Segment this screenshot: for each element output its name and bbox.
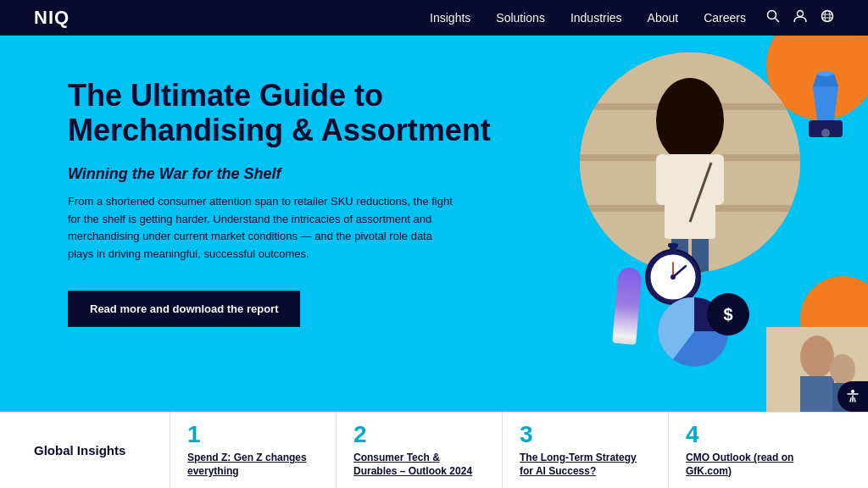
insight-title-2[interactable]: Consumer Tech & Durables – Outlook 2024 [353, 452, 485, 478]
search-icon[interactable] [766, 9, 780, 26]
svg-rect-30 [668, 243, 678, 247]
user-icon[interactable] [793, 9, 807, 26]
svg-point-34 [830, 354, 855, 385]
global-insights-label: Global Insights [34, 443, 170, 458]
svg-point-2 [798, 11, 804, 17]
svg-point-36 [851, 390, 854, 393]
hero-content: The Ultimate Guide to Merchandising & As… [68, 78, 509, 327]
insight-number-3: 3 [520, 423, 651, 446]
insight-title-3[interactable]: The Long-Term Strategy for AI Success? [520, 452, 651, 478]
globe-icon[interactable] [821, 9, 834, 26]
svg-rect-33 [800, 376, 834, 412]
svg-point-32 [800, 336, 834, 378]
insight-items-list: 1 Spend Z: Gen Z changes everything 2 Co… [170, 413, 834, 488]
nav-item-careers[interactable]: Careers [704, 10, 746, 25]
insight-number-2: 2 [353, 423, 485, 446]
hero-section: The Ultimate Guide to Merchandising & As… [0, 36, 868, 412]
svg-line-1 [776, 19, 780, 23]
svg-point-28 [670, 274, 676, 280]
svg-marker-20 [813, 86, 838, 120]
hero-subtitle: Winning the War for the Shelf [68, 165, 509, 183]
nav-item-insights[interactable]: Insights [430, 10, 470, 25]
blender-icon [800, 69, 851, 137]
insight-title-1[interactable]: Spend Z: Gen Z changes everything [187, 452, 319, 478]
nav-item-industries[interactable]: Industries [570, 10, 622, 25]
nav-links: Insights Solutions Industries About Care… [430, 10, 746, 25]
svg-point-0 [768, 11, 776, 19]
insight-item-2: 2 Consumer Tech & Durables – Outlook 202… [336, 413, 502, 488]
svg-point-4 [825, 11, 830, 22]
logo[interactable]: NIQ [34, 7, 70, 29]
svg-point-12 [656, 78, 724, 163]
svg-point-3 [822, 11, 833, 22]
svg-rect-16 [656, 154, 669, 205]
hero-title: The Ultimate Guide to Merchandising & As… [68, 78, 509, 148]
accessibility-button[interactable] [837, 381, 868, 412]
insight-number-1: 1 [187, 423, 319, 446]
hero-cta-button[interactable]: Read more and download the report [68, 291, 300, 327]
insight-title-4[interactable]: CMO Outlook (read on GfK.com) [686, 452, 817, 478]
pen-icon [612, 267, 643, 345]
svg-rect-29 [670, 247, 676, 252]
insight-item-3: 3 The Long-Term Strategy for AI Success? [502, 413, 668, 488]
svg-rect-13 [665, 154, 715, 239]
insight-item-1: 1 Spend Z: Gen Z changes everything [170, 413, 336, 488]
nav-item-about[interactable]: About [648, 10, 679, 25]
svg-point-22 [817, 71, 834, 76]
hero-description: From a shortened consumer attention span… [68, 193, 458, 263]
bottom-insights-section: Global Insights 1 Spend Z: Gen Z changes… [0, 412, 868, 488]
svg-rect-17 [711, 154, 724, 205]
insight-number-4: 4 [686, 423, 817, 446]
dollar-sign-circle: $ [707, 293, 749, 336]
insight-item-4: 4 CMO Outlook (read on GfK.com) [668, 413, 834, 488]
svg-point-23 [821, 129, 830, 137]
nav-item-solutions[interactable]: Solutions [496, 10, 545, 25]
navigation: NIQ Insights Solutions Industries About … [0, 0, 868, 36]
nav-icon-group [766, 9, 834, 26]
